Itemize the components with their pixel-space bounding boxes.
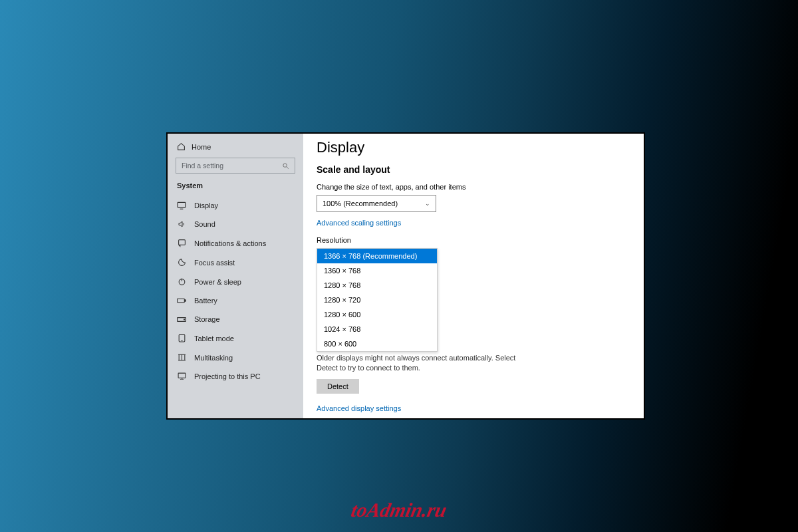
home-icon bbox=[177, 142, 186, 151]
nav-list: Display Sound Notifications & actions Fo… bbox=[168, 196, 303, 386]
resolution-option[interactable]: 1024 × 768 bbox=[317, 322, 437, 336]
notifications-icon bbox=[177, 239, 186, 247]
sidebar: Home Find a setting System Display Sound bbox=[168, 134, 303, 418]
sidebar-item-notifications[interactable]: Notifications & actions bbox=[168, 233, 303, 253]
sidebar-item-label: Display bbox=[194, 201, 218, 209]
sidebar-item-tablet[interactable]: Tablet mode bbox=[168, 329, 303, 348]
watermark: toAdmin.ru bbox=[349, 499, 449, 521]
projecting-icon bbox=[177, 372, 186, 380]
detect-button[interactable]: Detect bbox=[317, 379, 359, 394]
resolution-option[interactable]: 1366 × 768 (Recommended) bbox=[317, 249, 437, 263]
chevron-down-icon: ⌄ bbox=[425, 200, 430, 207]
sidebar-item-multitask[interactable]: Multitasking bbox=[168, 348, 303, 367]
svg-rect-8 bbox=[185, 300, 186, 301]
display-icon bbox=[177, 201, 186, 209]
svg-line-1 bbox=[287, 166, 289, 168]
svg-point-10 bbox=[184, 319, 185, 319]
sidebar-item-label: Tablet mode bbox=[194, 334, 234, 342]
svg-rect-4 bbox=[178, 240, 185, 245]
advanced-display-link[interactable]: Advanced display settings bbox=[317, 404, 628, 412]
home-label: Home bbox=[192, 143, 211, 151]
resolution-option[interactable]: 800 × 600 bbox=[317, 336, 437, 351]
sidebar-item-battery[interactable]: Battery bbox=[168, 291, 303, 310]
sidebar-item-sound[interactable]: Sound bbox=[168, 215, 303, 233]
sidebar-item-label: Multitasking bbox=[194, 354, 233, 362]
section-subtitle: Scale and layout bbox=[317, 164, 628, 175]
focus-icon bbox=[177, 258, 186, 267]
sidebar-item-label: Notifications & actions bbox=[194, 239, 266, 247]
svg-rect-18 bbox=[178, 373, 186, 378]
storage-icon bbox=[177, 317, 186, 323]
sidebar-item-label: Projecting to this PC bbox=[194, 372, 261, 380]
power-icon bbox=[177, 277, 186, 286]
scale-label: Change the size of text, apps, and other… bbox=[317, 183, 628, 191]
resolution-option[interactable]: 1280 × 768 bbox=[317, 278, 437, 293]
sidebar-item-power[interactable]: Power & sleep bbox=[168, 272, 303, 291]
sidebar-item-focus[interactable]: Focus assist bbox=[168, 253, 303, 272]
scale-value: 100% (Recommended) bbox=[323, 200, 398, 207]
sidebar-item-label: Sound bbox=[194, 220, 215, 228]
battery-icon bbox=[177, 297, 186, 304]
advanced-scaling-link[interactable]: Advanced scaling settings bbox=[317, 219, 628, 227]
search-icon bbox=[282, 162, 289, 170]
sidebar-item-storage[interactable]: Storage bbox=[168, 310, 303, 329]
resolution-option[interactable]: 1360 × 768 bbox=[317, 263, 437, 278]
sidebar-item-display[interactable]: Display bbox=[168, 196, 303, 215]
svg-rect-2 bbox=[178, 202, 186, 207]
search-input[interactable]: Find a setting bbox=[176, 158, 295, 174]
search-placeholder: Find a setting bbox=[182, 162, 223, 170]
sidebar-item-label: Battery bbox=[194, 297, 217, 305]
sidebar-item-projecting[interactable]: Projecting to this PC bbox=[168, 367, 303, 386]
home-link[interactable]: Home bbox=[168, 140, 303, 158]
svg-point-0 bbox=[283, 163, 287, 167]
resolution-option[interactable]: 1280 × 600 bbox=[317, 307, 437, 322]
scale-select[interactable]: 100% (Recommended) ⌄ bbox=[317, 195, 436, 212]
main-panel: Display Scale and layout Change the size… bbox=[303, 134, 644, 418]
resolution-dropdown[interactable]: 1366 × 768 (Recommended) 1360 × 768 1280… bbox=[317, 248, 438, 352]
section-label: System bbox=[168, 180, 303, 196]
sidebar-item-label: Power & sleep bbox=[194, 278, 241, 286]
svg-rect-7 bbox=[178, 299, 185, 302]
tablet-icon bbox=[177, 334, 186, 342]
settings-window: Home Find a setting System Display Sound bbox=[166, 132, 645, 420]
sidebar-item-label: Focus assist bbox=[194, 259, 235, 267]
resolution-label: Resolution bbox=[317, 236, 628, 244]
resolution-option[interactable]: 1280 × 720 bbox=[317, 293, 437, 307]
multitask-icon bbox=[177, 353, 186, 362]
page-title: Display bbox=[317, 139, 628, 156]
sidebar-item-label: Storage bbox=[194, 315, 220, 323]
sound-icon bbox=[177, 220, 186, 228]
detect-hint: Older displays might not always connect … bbox=[317, 353, 516, 374]
